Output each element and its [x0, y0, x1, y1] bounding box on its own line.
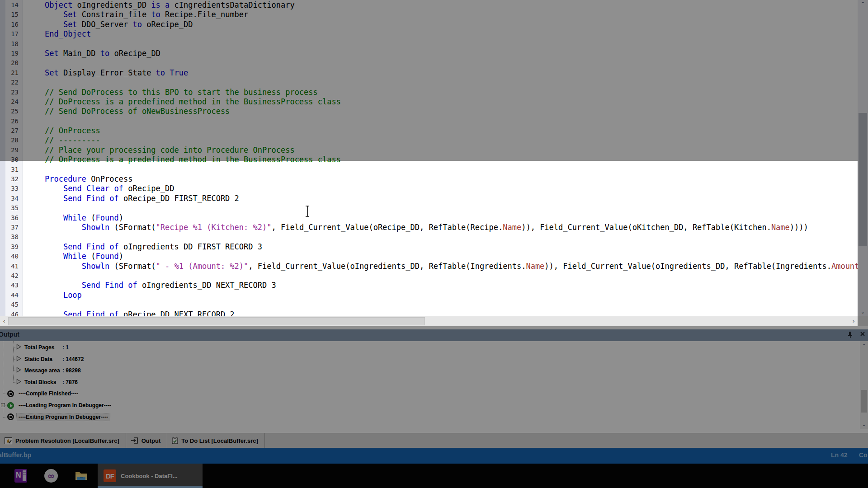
code-line-39: 39 Send Find of oIngredients_DD FIRST_RE…	[0, 242, 858, 252]
output-scroll-up-icon[interactable]: ⌃	[860, 342, 868, 349]
line-number: 38	[0, 232, 23, 242]
code-lines: 14 Object oIngredients_DD is a cIngredie…	[0, 0, 858, 319]
output-item-label: Message area	[24, 367, 62, 374]
line-number: 44	[0, 291, 23, 300]
output-message-text: ----Loading Program In Debugger----	[17, 402, 113, 409]
ibeam-mouse-cursor	[305, 206, 310, 219]
line-number: 15	[0, 10, 23, 19]
code-text	[23, 165, 26, 174]
code-line-36: 36 While (Found)	[0, 213, 858, 223]
scroll-down-arrow-icon[interactable]: ⌄	[858, 308, 868, 316]
output-item-value: : 1	[62, 344, 69, 351]
taskbar-active-app-button[interactable]: DF Cookbook - DataFl...	[98, 464, 203, 488]
code-text: Procedure OnProcess	[23, 174, 132, 184]
line-number: 35	[0, 203, 23, 213]
taskbar-app-file-explorer[interactable]	[75, 469, 88, 483]
line-number: 24	[0, 97, 23, 107]
code-line-21: 21 Set Display_Error_State to True	[0, 68, 858, 78]
taskbar-active-app-label: Cookbook - DataFl...	[121, 473, 178, 479]
code-text: // Send DoProcess to this BPO to start t…	[23, 88, 318, 97]
code-text: Object oIngredients_DD is a cIngredients…	[23, 0, 295, 10]
expand-arrow-icon[interactable]	[16, 367, 21, 374]
code-line-37: 37 Showln (SFormat("Recipe %1 (Kitchen: …	[0, 223, 858, 232]
status-bar: alBuffer.bp Ln 42 Co	[0, 448, 868, 464]
taskbar-app-visual-studio[interactable]: ∞	[44, 469, 58, 483]
code-text	[23, 78, 26, 87]
code-line-42: 42	[0, 271, 858, 281]
output-scroll-down-icon[interactable]: ⌄	[860, 421, 868, 428]
output-item[interactable]: ----Compile Finished----	[7, 389, 80, 399]
tree-connector	[3, 394, 6, 394]
code-line-18: 18	[0, 39, 858, 49]
code-line-17: 17 End_Object	[0, 29, 858, 39]
output-scroll-thumb[interactable]	[861, 390, 867, 413]
code-editor[interactable]: 14 Object oIngredients_DD is a cIngredie…	[0, 0, 858, 327]
output-item[interactable]: ----Loading Program In Debugger----	[7, 400, 113, 410]
line-number: 36	[0, 213, 23, 223]
dataflex-icon: DF	[104, 469, 116, 482]
vertical-scroll-thumb[interactable]	[859, 113, 867, 246]
visual-studio-icon: ∞	[44, 469, 58, 483]
compiler-message-icon	[7, 390, 14, 397]
tree-connector	[13, 382, 16, 383]
code-text: // OnProcess	[23, 126, 100, 136]
scroll-right-arrow-icon[interactable]: ›	[849, 316, 858, 326]
line-number: 34	[0, 194, 23, 203]
panel-tab-label: To Do List [LocalBuffer.src]	[181, 437, 258, 444]
code-text: Set DDO_Server to oRecipe_DD	[23, 20, 193, 29]
code-text	[23, 271, 26, 281]
line-number: 43	[0, 281, 23, 290]
expand-arrow-icon[interactable]	[16, 356, 21, 363]
output-message-text: ----Compile Finished----	[17, 390, 80, 397]
expand-arrow-icon[interactable]	[16, 379, 21, 386]
editor-horizontal-scrollbar[interactable]: ‹ ›	[0, 316, 858, 326]
output-panel-header[interactable]: Output	[0, 329, 868, 341]
panel-tab-todo-list[interactable]: To Do List [LocalBuffer.src]	[167, 433, 265, 448]
debug-play-icon	[7, 402, 14, 409]
output-item[interactable]: Total Blocks: 7876	[16, 377, 78, 387]
code-line-41: 41 Showln (SFormat(" - %1 (Amount: %2)",…	[0, 262, 858, 271]
line-number: 25	[0, 107, 23, 116]
status-document-name: alBuffer.bp	[0, 451, 31, 459]
output-item[interactable]: Static Data: 144672	[16, 354, 84, 364]
line-number: 41	[0, 262, 23, 271]
output-panel-content[interactable]: Total Pages: 1Static Data: 144672Message…	[0, 341, 868, 433]
pin-icon[interactable]	[848, 331, 853, 338]
editor-vertical-scrollbar[interactable]: ⌃ ⌄	[858, 0, 868, 316]
scrollbar-corner	[858, 316, 868, 326]
output-item[interactable]: Total Pages: 1	[16, 343, 69, 352]
line-number: 33	[0, 184, 23, 193]
taskbar-app-onenote[interactable]: N	[14, 469, 28, 483]
close-icon[interactable]	[860, 331, 865, 338]
line-number: 31	[0, 165, 23, 174]
panel-tab-problem-resolution[interactable]: Problem Resolution [LocalBuffer.src]	[0, 433, 126, 448]
panel-tab-output[interactable]: Output	[126, 433, 168, 448]
scroll-up-arrow-icon[interactable]: ⌃	[858, 0, 868, 8]
code-line-34: 34 Send Find of oRecipe_DD FIRST_RECORD …	[0, 194, 858, 203]
code-line-24: 24 // DoProcess is a predefined method i…	[0, 97, 858, 107]
todo-list-icon	[172, 437, 178, 444]
output-vertical-scrollbar[interactable]: ⌃ ⌄	[860, 341, 868, 429]
tree-connector	[3, 417, 6, 418]
output-item-label: Static Data	[24, 356, 62, 362]
bottom-panel-tabs: Problem Resolution [LocalBuffer.src]Outp…	[0, 433, 868, 448]
code-line-15: 15 Set Constrain_file to Recipe.File_num…	[0, 10, 858, 19]
code-line-43: 43 Send Find of oIngredients_DD NEXT_REC…	[0, 281, 858, 290]
problem-resolution-icon	[5, 437, 12, 444]
output-message-text: ----Exiting Program In Debugger----	[17, 413, 110, 421]
code-text: Set Main_DD to oRecipe_DD	[23, 49, 160, 58]
code-text: Set Display_Error_State to True	[23, 68, 188, 78]
output-item[interactable]: ----Exiting Program In Debugger----	[7, 412, 110, 422]
code-line-44: 44 Loop	[0, 291, 858, 300]
line-number: 23	[0, 88, 23, 97]
expand-arrow-icon[interactable]	[16, 344, 21, 351]
code-text: // Place your processing code into Proce…	[23, 145, 295, 155]
horizontal-scroll-thumb[interactable]	[8, 317, 425, 325]
output-item[interactable]: Message area: 98298	[16, 366, 81, 375]
expand-plus-icon[interactable]: +	[1, 403, 5, 407]
line-number: 27	[0, 126, 23, 136]
code-text: Showln (SFormat("Recipe %1 (Kitchen: %2)…	[23, 223, 808, 232]
scroll-left-arrow-icon[interactable]: ‹	[0, 316, 8, 326]
code-line-40: 40 While (Found)	[0, 252, 858, 261]
code-line-14: 14 Object oIngredients_DD is a cIngredie…	[0, 0, 858, 10]
